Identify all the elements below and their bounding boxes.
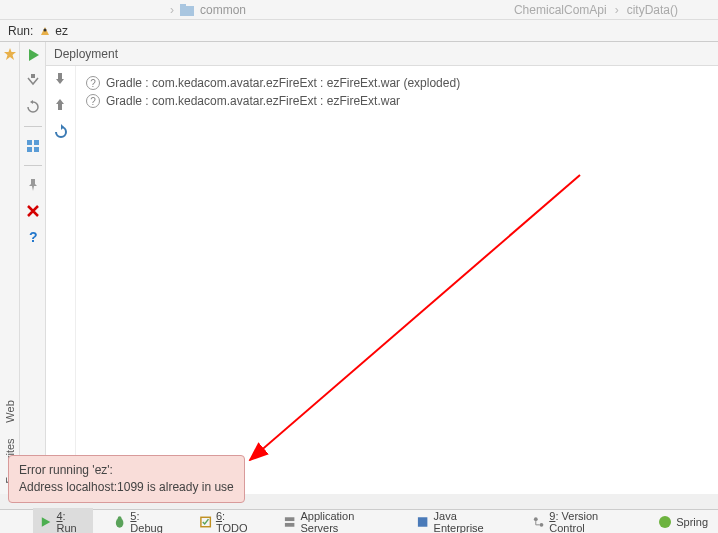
refresh-icon[interactable] bbox=[53, 124, 69, 140]
tomcat-icon bbox=[39, 24, 52, 37]
svg-point-20 bbox=[540, 522, 544, 526]
artifact-row[interactable]: ? Gradle : com.kedacom.avatar.ezFireExt … bbox=[86, 74, 708, 92]
svg-rect-7 bbox=[34, 147, 39, 152]
artifact-row[interactable]: ? Gradle : com.kedacom.avatar.ezFireExt … bbox=[86, 92, 708, 110]
breadcrumb-method[interactable]: cityData() bbox=[627, 3, 678, 17]
run-config-name: ez bbox=[55, 24, 68, 38]
error-line2: Address localhost:1099 is already in use bbox=[19, 479, 234, 496]
spring-icon bbox=[658, 515, 672, 529]
svg-point-21 bbox=[659, 516, 671, 528]
breadcrumb-folder[interactable]: common bbox=[200, 3, 246, 17]
svg-rect-4 bbox=[27, 140, 32, 145]
svg-rect-9 bbox=[58, 73, 62, 79]
server-icon bbox=[283, 515, 296, 529]
rerun-icon[interactable] bbox=[24, 98, 42, 116]
question-icon: ? bbox=[86, 94, 100, 108]
run-panel: Deployment ? Gradle : com.kedacom.avatar… bbox=[46, 42, 718, 494]
tab-spring[interactable]: Spring bbox=[652, 513, 714, 531]
run-config-badge[interactable]: ez bbox=[39, 24, 68, 38]
svg-rect-16 bbox=[285, 517, 294, 521]
svg-rect-6 bbox=[27, 147, 32, 152]
deployment-tab-header[interactable]: Deployment bbox=[46, 42, 718, 66]
main-area: Favorites Web ? Deployment bbox=[0, 42, 718, 494]
run-tool-header: Run: ez bbox=[0, 20, 718, 42]
top-breadcrumb: › common ChemicalComApi › cityData() bbox=[0, 0, 718, 20]
vcs-icon bbox=[532, 515, 545, 529]
chevron-right-icon: › bbox=[615, 3, 619, 17]
help-button[interactable]: ? bbox=[24, 228, 42, 246]
svg-point-2 bbox=[44, 29, 47, 32]
tab-vcs[interactable]: 9: Version Control bbox=[526, 508, 638, 534]
pin-icon[interactable] bbox=[24, 176, 42, 194]
svg-point-19 bbox=[534, 517, 538, 521]
svg-rect-17 bbox=[285, 522, 294, 526]
artifact-label: Gradle : com.kedacom.avatar.ezFireExt : … bbox=[106, 94, 400, 108]
deploy-down-icon[interactable] bbox=[53, 72, 69, 88]
bottom-tool-bar: 4: Run 5: Debug 6: TODO Application Serv… bbox=[0, 509, 718, 533]
bug-icon bbox=[113, 515, 126, 529]
run-icon bbox=[39, 515, 52, 529]
error-line1: Error running 'ez': bbox=[19, 462, 234, 479]
breadcrumb-class[interactable]: ChemicalComApi bbox=[514, 3, 607, 17]
svg-rect-5 bbox=[34, 140, 39, 145]
close-button[interactable] bbox=[24, 202, 42, 220]
svg-point-14 bbox=[118, 516, 122, 520]
svg-rect-1 bbox=[180, 4, 186, 8]
deploy-up-icon[interactable] bbox=[53, 98, 69, 114]
left-gutter: Favorites Web bbox=[0, 42, 20, 494]
deployment-toolbar bbox=[46, 66, 76, 494]
svg-rect-3 bbox=[31, 74, 35, 78]
run-label: Run: bbox=[8, 24, 33, 38]
folder-icon bbox=[180, 4, 194, 16]
stop-down-icon[interactable] bbox=[24, 72, 42, 90]
star-icon[interactable] bbox=[4, 48, 16, 63]
svg-rect-10 bbox=[58, 104, 62, 110]
chevron-right-icon: › bbox=[170, 3, 174, 17]
rerun-button[interactable] bbox=[24, 46, 42, 64]
artifact-list: ? Gradle : com.kedacom.avatar.ezFireExt … bbox=[76, 66, 718, 494]
svg-rect-18 bbox=[418, 517, 427, 526]
tab-todo[interactable]: 6: TODO bbox=[193, 508, 264, 534]
web-tab[interactable]: Web bbox=[4, 400, 16, 422]
tab-java-ee[interactable]: Java Enterprise bbox=[410, 508, 512, 534]
error-balloon[interactable]: Error running 'ez': Address localhost:10… bbox=[8, 455, 245, 503]
artifact-label: Gradle : com.kedacom.avatar.ezFireExt : … bbox=[106, 76, 460, 90]
todo-icon bbox=[199, 515, 212, 529]
run-toolbar: ? bbox=[20, 42, 46, 494]
layout-icon[interactable] bbox=[24, 137, 42, 155]
question-icon: ? bbox=[86, 76, 100, 90]
tab-app-servers[interactable]: Application Servers bbox=[277, 508, 396, 534]
tab-run[interactable]: 4: Run bbox=[33, 508, 93, 534]
tab-debug[interactable]: 5: Debug bbox=[107, 508, 179, 534]
svg-text:?: ? bbox=[29, 230, 38, 244]
java-ee-icon bbox=[416, 515, 429, 529]
